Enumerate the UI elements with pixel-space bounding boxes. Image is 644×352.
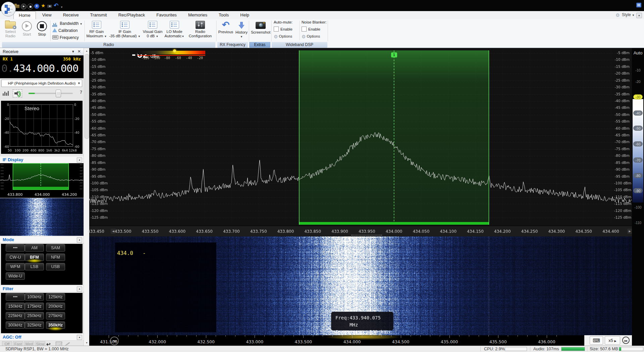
if-gain-dropdown[interactable]: IF Gain-35 dB (Manual) ▼ [108, 20, 142, 41]
filter-button-150khz[interactable]: 150kHz [6, 303, 25, 310]
mode-button--[interactable]: ••• [6, 244, 25, 252]
scroll-right-icon[interactable]: ▶ [627, 229, 632, 234]
tab-receive[interactable]: Receive [58, 11, 84, 19]
equalizer-icon[interactable] [3, 91, 9, 97]
qat-more-icon[interactable]: ▼ [60, 5, 63, 10]
waterfall-display[interactable]: 434.0- Freq:433.940.075 MHz Span:±500 kH… [89, 236, 632, 335]
filter-button-300khz[interactable]: 300kHz [6, 321, 25, 329]
filter-button-125khz[interactable]: 125kHz [46, 293, 65, 301]
mode-button-usb[interactable]: USB [46, 263, 65, 270]
tab-help[interactable]: Help [235, 11, 254, 19]
collapse-icon[interactable]: ▲ [77, 287, 82, 292]
mute-speaker-button[interactable] [13, 89, 22, 97]
checkbox-icon[interactable] [274, 27, 279, 32]
app-menu-button[interactable] [1, 2, 16, 16]
receive-panel-header[interactable]: Receive ▼ ✕ [0, 48, 84, 55]
filter-header[interactable]: Filter ▲ [0, 285, 84, 292]
volume-slider-handle[interactable] [56, 90, 61, 97]
radio-configuration-button[interactable]: RadioConfiguration [186, 20, 215, 41]
palette-tick-label[interactable]: -90 [633, 188, 643, 193]
if-waterfall-canvas[interactable] [0, 198, 84, 236]
palette-tick-label[interactable]: -60 [633, 141, 643, 146]
waterfall-page-right-button[interactable]: ▶▶ [622, 337, 630, 344]
scroll-up-icon[interactable]: ▲ [84, 48, 89, 53]
tab-view[interactable]: View [37, 11, 57, 19]
waterfall-page-left-button[interactable]: ◀◀ [110, 337, 119, 345]
collapse-icon[interactable]: ▲ [77, 237, 82, 243]
history-button[interactable]: History ▼ [234, 20, 249, 41]
noise-blanker-options-button[interactable]: ⚙Options [302, 34, 320, 39]
spectrum-display[interactable]: -62dBm -120-100-80-60-40-20 -5 dBm-5 dBm… [89, 48, 632, 226]
mode-button-lsb[interactable]: LSB [25, 263, 44, 270]
palette-tick-label[interactable]: -80 [633, 173, 643, 178]
scroll-down-icon[interactable]: ▼ [84, 340, 89, 345]
panel-scrollbar[interactable]: ▲ ▼ [84, 48, 89, 346]
filter-button-100khz[interactable]: 100kHz [25, 293, 44, 301]
mode-header[interactable]: Mode ▲ [0, 236, 84, 243]
scrollbar-thumb[interactable] [85, 54, 89, 139]
frequency-button[interactable]: Frequency [52, 34, 79, 41]
spectrum-canvas[interactable] [89, 48, 632, 226]
style-menu[interactable]: ⚙ Style ▼ [615, 12, 635, 18]
collapse-icon[interactable]: ▲ [77, 158, 82, 163]
collapse-panel-icon[interactable]: ▼ [71, 48, 75, 55]
palette-tick-label[interactable]: -40 [633, 111, 643, 116]
filter-button-175khz[interactable]: 175kHz [25, 303, 44, 310]
frequency-display[interactable]: RX 1 350 kHz 0.434.000.000 [0, 55, 84, 78]
select-radio-button[interactable]: SelectRadio [2, 20, 19, 41]
rf-gain-dropdown[interactable]: RF GainMaximum ▼ [86, 20, 107, 41]
filter-button-225khz[interactable]: 225kHz [6, 312, 25, 319]
tab-transmit[interactable]: Transmit [85, 11, 112, 19]
palette-auto-label[interactable]: Auto [632, 50, 644, 55]
calibration-button[interactable]: Calibration [52, 27, 77, 34]
mode-button-wide-u[interactable]: Wide-U [6, 272, 25, 280]
mode-button-wfm[interactable]: WFM [6, 263, 25, 270]
palette-tick-label[interactable]: -70 [633, 158, 643, 163]
filter-button-200khz[interactable]: 200kHz [46, 303, 65, 310]
tab-tools[interactable]: Tools [214, 11, 234, 19]
mode-button-bfm[interactable]: BFM [25, 254, 44, 261]
zoom-level-button[interactable]: x5 ▶ [605, 336, 620, 345]
stop-icon[interactable] [28, 4, 33, 9]
close-panel-icon[interactable]: ✕ [77, 48, 81, 55]
start-button[interactable]: Start [19, 20, 34, 41]
if-display-header[interactable]: IF Display ▲ [0, 157, 84, 163]
mode-button-cw-u[interactable]: CW-U [6, 254, 25, 261]
tab-home[interactable]: Home [13, 11, 36, 19]
previous-button[interactable]: ↶ Previous [218, 20, 233, 41]
filter-button-275khz[interactable]: 275kHz [46, 312, 65, 319]
mode-button-sam[interactable]: SAM [46, 244, 65, 252]
filter-button-250khz[interactable]: 250kHz [25, 312, 44, 319]
rx-marker-flag[interactable]: 1 [391, 52, 397, 57]
audio-device-select[interactable]: HP (Périphérique High Definition Audio)▼ [1, 80, 82, 87]
collapse-icon[interactable]: ▲ [77, 335, 82, 340]
pen-icon[interactable] [66, 342, 70, 346]
waterfall-palette-scale[interactable]: Auto -10-20-30-40-50-60-70-80-90-100-110 [632, 48, 644, 346]
tab-rec-playback[interactable]: Rec/Playback [113, 11, 150, 19]
automute-options-button[interactable]: ⚙Options [274, 34, 292, 39]
filter-button--[interactable]: ••• [6, 293, 25, 301]
filter-button-350khz[interactable]: 350kHz [46, 321, 65, 329]
undo-icon[interactable]: ↶ [54, 3, 58, 8]
stop-button[interactable]: Stop [35, 20, 49, 41]
automute-enable-checkbox[interactable]: Enable [274, 27, 292, 32]
add-favourite-icon[interactable]: + [34, 4, 39, 9]
noise-blanker-enable-checkbox[interactable]: Enable [302, 27, 320, 32]
spectrum-frequency-axis[interactable]: ◀ ▶ 433.450433.500433.550433.600433.6504… [89, 226, 632, 236]
agc-header[interactable]: AGC: Off ▲ [0, 334, 84, 341]
volume-slider-track[interactable] [29, 93, 73, 94]
visual-gain-dropdown[interactable]: Visual Gain0 dB ▼ [142, 20, 163, 41]
waterfall-frequency-bar[interactable]: 431.500432.000432.500433.000433.500434.0… [89, 335, 632, 346]
mode-button-nfm[interactable]: NFM [46, 254, 65, 261]
ribbon-minimize-button[interactable]: ▲ [636, 13, 642, 18]
checkbox-icon[interactable] [302, 27, 307, 32]
favourites-star-icon[interactable]: ★ [41, 3, 45, 8]
filter-button-325khz[interactable]: 325kHz [25, 321, 44, 329]
if-spectrum-canvas[interactable] [0, 163, 84, 192]
keyboard-entry-button[interactable]: ⌨ [590, 336, 603, 345]
screenshot-button[interactable]: Screenshot [250, 20, 271, 41]
tab-favourites[interactable]: Favourites [151, 11, 182, 19]
screenshot-camera-icon[interactable] [47, 5, 52, 8]
tuned-frequency-value[interactable]: 0.434.000.000 [1, 62, 78, 74]
lo-mode-dropdown[interactable]: LO ModeAutomatic▼ [164, 20, 185, 41]
